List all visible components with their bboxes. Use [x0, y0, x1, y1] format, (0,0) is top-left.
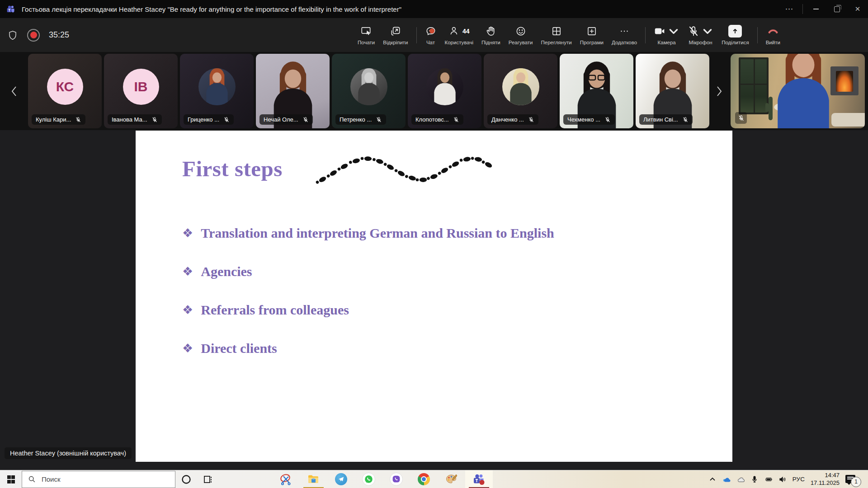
participant-name: Нечай Оле... — [264, 116, 298, 123]
telegram-icon — [335, 473, 347, 485]
taskbar-app-teams[interactable] — [465, 470, 493, 488]
add-app-icon — [586, 25, 598, 37]
speaker-tile[interactable] — [731, 54, 865, 128]
notification-center-button[interactable]: 1 — [845, 474, 857, 485]
meeting-timer: 35:25 — [49, 30, 69, 40]
bullet-text: Translation and interpreting German and … — [201, 225, 554, 241]
windows-taskbar: Поиск — [0, 470, 868, 488]
title-bar: Гостьова лекція перекладачки Heather Sta… — [0, 0, 868, 18]
raise-hand-button[interactable]: Підняти — [477, 25, 505, 45]
slide-title: First steps — [182, 156, 283, 182]
participants-button[interactable]: 44 Користувачі — [441, 25, 477, 45]
bullet-marker-icon: ❖ — [182, 264, 193, 278]
avatar — [502, 68, 539, 105]
smiley-icon — [515, 25, 527, 37]
language-indicator[interactable]: РУС — [793, 476, 805, 483]
chrome-icon — [418, 473, 430, 485]
toolbar-divider — [757, 27, 758, 43]
cortana-icon — [181, 474, 192, 485]
slide-bullet-list: ❖ Translation and interpreting German an… — [182, 225, 554, 379]
participant-tile[interactable]: Петренко ... — [332, 54, 406, 128]
participant-name: Данченко ... — [491, 116, 524, 123]
participant-name: Чехменко ... — [567, 116, 600, 123]
tray-expand-icon[interactable] — [708, 475, 717, 483]
mic-muted-icon — [688, 25, 699, 37]
scroll-left-button[interactable] — [0, 85, 28, 97]
toolbar-divider — [416, 27, 417, 43]
avatar — [426, 68, 463, 105]
onedrive-icon[interactable] — [722, 475, 731, 483]
teams-logo-icon — [6, 5, 15, 14]
start-presenting-button[interactable]: Почати — [354, 25, 379, 45]
share-button[interactable]: Поділитися — [717, 25, 753, 45]
participants-count: 44 — [462, 28, 470, 35]
window-more-button[interactable]: ⋯ — [779, 0, 800, 18]
meeting-toolbar: 35:25 Почати Відкріпити — [0, 18, 868, 52]
taskbar-app-snipping-tool[interactable] — [272, 470, 300, 488]
cortana-button[interactable] — [175, 470, 197, 488]
minimize-button[interactable] — [806, 0, 826, 18]
whatsapp-icon — [362, 473, 375, 486]
react-button[interactable]: Реагувати — [505, 25, 537, 45]
scroll-right-button[interactable] — [712, 85, 727, 97]
participant-tile[interactable]: Чехменко ... — [560, 54, 633, 128]
window-controls-divider — [802, 4, 803, 14]
chevron-left-icon — [10, 85, 18, 97]
window-controls: ⋯ ✕ — [779, 0, 868, 18]
mic-muted-icon — [302, 117, 309, 123]
more-options-button[interactable]: Додатково — [608, 25, 641, 45]
presentation-stage: First steps ❖ — [0, 130, 868, 470]
close-button[interactable]: ✕ — [847, 0, 868, 18]
taskbar-app-viber[interactable] — [382, 470, 410, 488]
chat-button[interactable]: Чат — [421, 25, 441, 45]
task-view-button[interactable] — [197, 470, 219, 488]
taskbar-clock[interactable]: 14:47 17.11.2025 — [811, 472, 840, 487]
mic-muted-icon — [528, 117, 534, 123]
system-tray: РУС 14:47 17.11.2025 1 — [708, 472, 868, 487]
bullet-marker-icon: ❖ — [182, 226, 193, 240]
camera-button[interactable]: Камера — [650, 25, 684, 45]
mic-muted-icon — [682, 117, 689, 123]
participant-tile[interactable]: КС Куліш Кари... — [28, 54, 102, 128]
participant-tile[interactable]: Данченко ... — [484, 54, 557, 128]
onedrive-gray-cloud-icon[interactable] — [736, 475, 745, 483]
minimize-icon — [813, 9, 819, 9]
avatar: КС — [47, 69, 83, 105]
chevron-down-icon[interactable] — [702, 25, 713, 37]
participant-tile[interactable]: Литвин Сві... — [636, 54, 709, 128]
taskbar-app-file-explorer[interactable] — [300, 470, 327, 488]
footprints-graphic — [315, 151, 499, 197]
taskbar-search[interactable]: Поиск — [22, 471, 175, 488]
tray-mic-icon[interactable] — [750, 475, 759, 483]
taskbar-app-telegram[interactable] — [327, 470, 355, 488]
shield-icon — [7, 30, 18, 41]
participant-tile[interactable]: Гриценко ... — [180, 54, 254, 128]
speaker-mic-muted — [735, 112, 747, 124]
leave-button[interactable]: Вийти — [762, 25, 784, 45]
mic-muted-icon — [604, 117, 611, 123]
teams-icon — [473, 473, 485, 485]
volume-icon[interactable] — [778, 475, 787, 483]
start-button[interactable] — [0, 470, 22, 488]
battery-charging-icon[interactable] — [764, 475, 773, 483]
toolbar-divider — [645, 27, 646, 43]
snipping-tool-icon — [280, 473, 292, 485]
participant-tile[interactable]: Клопотовс... — [408, 54, 481, 128]
chevron-down-icon[interactable] — [668, 25, 679, 37]
chevron-right-icon — [715, 85, 723, 97]
participant-tile[interactable]: ІВ Іванова Ма... — [104, 54, 178, 128]
taskbar-app-whatsapp[interactable] — [355, 470, 382, 488]
slide-bullet: ❖ Translation and interpreting German an… — [182, 225, 554, 241]
taskbar-app-chrome[interactable] — [410, 470, 438, 488]
maximize-button[interactable] — [826, 0, 847, 18]
raised-hand-icon — [485, 25, 497, 37]
view-button[interactable]: Переглянути — [537, 25, 576, 45]
microphone-button[interactable]: Мікрофон — [684, 25, 717, 45]
taskbar-app-paint[interactable] — [438, 470, 465, 488]
restore-icon — [834, 6, 840, 12]
unpin-button[interactable]: Відкріпити — [379, 25, 412, 45]
apps-button[interactable]: Програми — [576, 25, 608, 45]
camera-icon — [654, 25, 665, 37]
participant-tile[interactable]: Нечай Оле... — [256, 54, 330, 128]
tray-date: 17.11.2025 — [811, 479, 840, 487]
